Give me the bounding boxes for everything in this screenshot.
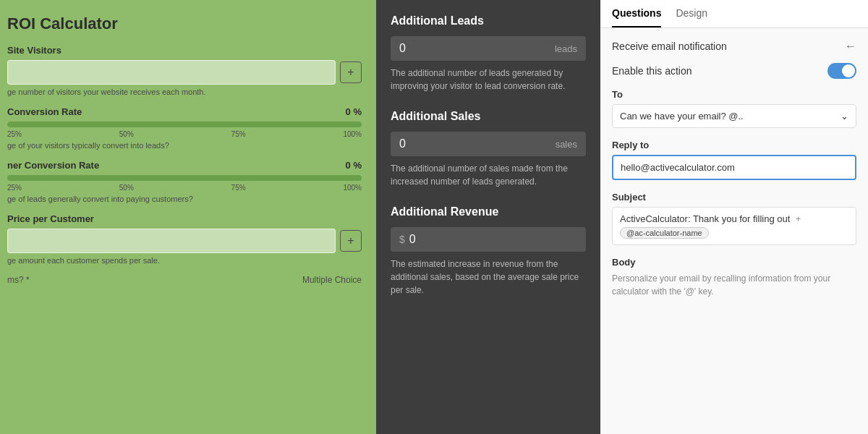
additional-leads-input-wrapper: 0 leads [391,36,586,61]
conversion-rate-value: 0 % [346,106,362,117]
dollar-sign: $ [399,234,405,245]
additional-sales-section: Additional Sales 0 sales The additional … [391,110,586,188]
customer-conversion-label: ner Conversion Rate [7,160,99,171]
right-content: Receive email notification ← Enable this… [600,28,868,321]
customer-conversion-label-row: ner Conversion Rate 0 % [7,160,362,171]
price-per-customer-input[interactable] [7,229,336,253]
body-field-group: Body Personalize your email by recalling… [612,257,856,298]
conversion-rate-hint: ge of your visitors typically convert in… [7,141,362,150]
to-label: To [612,89,856,100]
conversion-rate-label: Conversion Rate [7,106,82,117]
to-select[interactable]: Can we have your email? @.. ⌄ [612,104,856,128]
additional-leads-unit: leads [555,43,577,54]
additional-revenue-value: 0 [409,233,577,246]
bottom-type: Multiple Choice [302,275,362,285]
conversion-rate-labels: 25% 50% 75% 100% [7,130,362,138]
enable-action-label: Enable this action [612,65,692,77]
subject-label: Subject [612,192,856,203]
middle-panel: Additional Leads 0 leads The additional … [376,0,600,434]
bottom-label: ms? * [7,275,30,285]
additional-leads-title: Additional Leads [391,14,586,27]
additional-sales-input-wrapper: 0 sales [391,132,586,156]
to-field-group: To Can we have your email? @.. ⌄ [612,89,856,128]
subject-inline: ActiveCalculator: Thank you for filling … [620,213,848,239]
additional-sales-desc: The additional number of sales made from… [391,162,586,188]
price-per-customer-section: Price per Customer + ge amount each cust… [7,213,362,265]
tab-questions[interactable]: Questions [612,0,661,27]
tabs-bar: Questions Design [600,0,868,28]
price-per-customer-input-row: + [7,229,362,253]
chevron-down-icon: ⌄ [841,111,848,122]
subject-plus-icon: + [796,214,801,224]
site-visitors-input[interactable] [7,60,336,85]
receive-email-label: Receive email notification [612,41,727,52]
additional-leads-value: 0 [399,42,555,55]
to-select-text: Can we have your email? @.. [620,111,744,122]
additional-sales-value: 0 [399,137,556,150]
subject-box[interactable]: ActiveCalculator: Thank you for filling … [612,207,856,245]
customer-conversion-track [7,175,362,181]
subject-prefix: ActiveCalculator: Thank you for filling … [620,213,801,224]
conversion-rate-label-row: Conversion Rate 0 % [7,106,362,117]
reply-to-field-group: Reply to [612,140,856,180]
toggle-knob [842,64,855,77]
site-visitors-input-row: + [7,60,362,85]
customer-conversion-slider[interactable]: 25% 50% 75% 100% [7,175,362,192]
tab-design[interactable]: Design [676,0,707,27]
page-title: ROI Calculator [7,14,362,33]
right-panel: Questions Design Receive email notificat… [600,0,868,434]
additional-revenue-desc: The estimated increase in revenue from t… [391,258,586,297]
price-per-customer-plus-button[interactable]: + [340,230,362,252]
customer-conversion-hint: ge of leads generally convert into payin… [7,195,362,203]
additional-leads-desc: The additional number of leads generated… [391,67,586,93]
additional-sales-unit: sales [556,139,577,150]
body-desc: Personalize your email by recalling info… [612,272,856,298]
price-per-customer-hint: ge amount each customer spends per sale. [7,256,362,265]
customer-conversion-section: ner Conversion Rate 0 % 25% 50% 75% 100%… [7,160,362,203]
conversion-rate-slider[interactable]: 25% 50% 75% 100% [7,122,362,138]
subject-field-group: Subject ActiveCalculator: Thank you for … [612,192,856,245]
left-panel: ROI Calculator Site Visitors + ge number… [0,0,376,434]
body-label: Body [612,257,856,268]
customer-conversion-value: 0 % [346,160,362,171]
additional-leads-section: Additional Leads 0 leads The additional … [391,14,586,93]
reply-to-input[interactable] [612,155,856,180]
subject-tag-text: @ac-calculator-name [626,229,702,237]
conversion-rate-track [7,122,362,127]
back-arrow-icon[interactable]: ← [845,40,856,53]
conversion-rate-section: Conversion Rate 0 % 25% 50% 75% 100% ge … [7,106,362,150]
price-per-customer-label: Price per Customer [7,213,362,224]
additional-sales-title: Additional Sales [391,110,586,123]
enable-action-toggle[interactable] [827,63,856,79]
additional-revenue-section: Additional Revenue $ 0 The estimated inc… [391,205,586,297]
bottom-row: ms? * Multiple Choice [7,275,362,285]
site-visitors-section: Site Visitors + ge number of visitors yo… [7,45,362,96]
additional-revenue-title: Additional Revenue [391,205,586,218]
reply-to-label: Reply to [612,140,856,150]
site-visitors-hint: ge number of visitors your website recei… [7,88,362,96]
additional-revenue-input-wrapper: $ 0 [391,227,586,252]
customer-conversion-labels: 25% 50% 75% 100% [7,184,362,192]
receive-email-row: Receive email notification ← [612,40,856,53]
site-visitors-label: Site Visitors [7,45,362,56]
site-visitors-plus-button[interactable]: + [340,61,362,83]
enable-action-row: Enable this action [612,63,856,79]
subject-tag-badge: @ac-calculator-name [620,227,709,239]
